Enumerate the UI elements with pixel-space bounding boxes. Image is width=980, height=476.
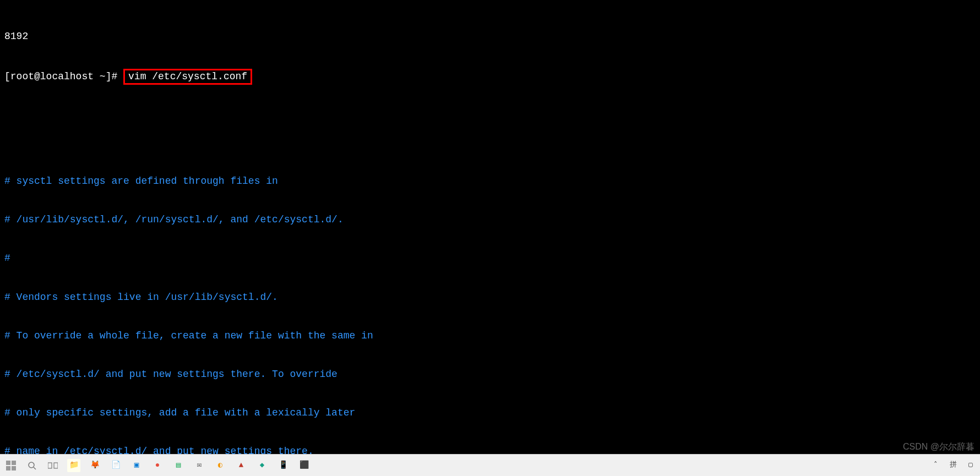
comment-line: # Vendors settings live in /usr/lib/sysc… bbox=[4, 291, 976, 304]
app-icon[interactable]: ▲ bbox=[235, 459, 248, 472]
svg-rect-2 bbox=[6, 466, 10, 470]
windows-icon bbox=[6, 461, 16, 470]
tray-input-icon[interactable]: 拼 bbox=[948, 461, 958, 470]
output-number: 8192 bbox=[4, 30, 976, 43]
terminal-output[interactable]: 8192 [root@localhost ~]# vim /etc/sysctl… bbox=[0, 0, 980, 476]
task-view-button[interactable] bbox=[46, 459, 59, 472]
prompt-line: [root@localhost ~]# vim /etc/sysctl.conf bbox=[4, 69, 976, 85]
svg-line-5 bbox=[34, 467, 36, 469]
shell-prompt: [root@localhost ~]# bbox=[4, 71, 123, 82]
taskbar[interactable]: 📁 🦊 📄 ▣ ● ▤ ✉ ◐ ▲ ◆ 📱 ⬛ ˄ 拼 ▢ bbox=[0, 454, 980, 476]
app-icon[interactable]: ✉ bbox=[193, 459, 206, 472]
svg-rect-3 bbox=[12, 466, 16, 470]
svg-rect-0 bbox=[6, 461, 10, 465]
app-icon[interactable]: 📄 bbox=[109, 459, 122, 472]
highlighted-command: vim /etc/sysctl.conf bbox=[123, 69, 252, 85]
file-content: # sysctl settings are defined through fi… bbox=[4, 149, 976, 476]
blank-line bbox=[4, 111, 976, 123]
start-button[interactable] bbox=[4, 459, 18, 472]
app-icon[interactable]: ▣ bbox=[130, 459, 143, 472]
svg-point-4 bbox=[29, 462, 34, 468]
comment-line: # bbox=[4, 252, 976, 265]
app-icon[interactable]: 🦊 bbox=[88, 459, 101, 472]
app-icon[interactable]: ⬛ bbox=[297, 459, 311, 472]
svg-rect-1 bbox=[12, 461, 16, 465]
tray-chevron[interactable]: ˄ bbox=[930, 461, 940, 470]
comment-line: # sysctl settings are defined through fi… bbox=[4, 175, 976, 188]
watermark: CSDN @尔尔辞暮 bbox=[903, 441, 974, 453]
app-icon[interactable]: 📱 bbox=[276, 459, 290, 472]
svg-rect-6 bbox=[48, 463, 52, 468]
app-icon[interactable]: ▤ bbox=[172, 459, 185, 472]
comment-line: # /etc/sysctl.d/ and put new settings th… bbox=[4, 368, 976, 381]
comment-line: # To override a whole file, create a new… bbox=[4, 330, 976, 342]
app-icon[interactable]: ◐ bbox=[214, 459, 227, 472]
task-view-icon bbox=[48, 462, 58, 469]
tray-notification-icon[interactable]: ▢ bbox=[966, 461, 976, 470]
search-button[interactable] bbox=[25, 459, 39, 472]
svg-rect-7 bbox=[54, 463, 58, 468]
comment-line: # only specific settings, add a file wit… bbox=[4, 407, 976, 419]
app-icon[interactable]: ◆ bbox=[255, 459, 269, 472]
comment-line: # /usr/lib/sysctl.d/, /run/sysctl.d/, an… bbox=[4, 214, 976, 226]
app-icon[interactable]: ● bbox=[151, 459, 164, 472]
app-icon[interactable]: 📁 bbox=[67, 459, 80, 472]
search-icon bbox=[28, 461, 36, 470]
